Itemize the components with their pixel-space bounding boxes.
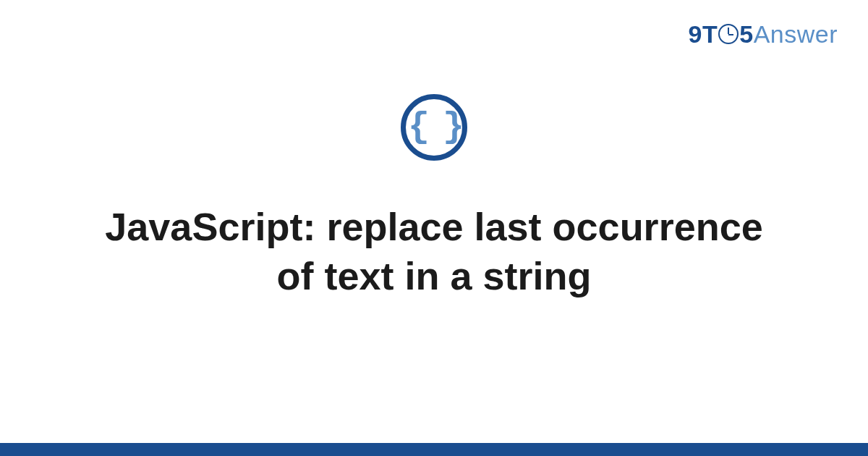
logo-text-9t: 9T	[689, 20, 718, 48]
logo-text-answer: Answer	[754, 20, 838, 48]
site-logo: 9T5Answer	[689, 20, 838, 48]
footer-bar	[0, 443, 868, 456]
logo-text-5: 5	[739, 20, 753, 48]
clock-icon	[718, 24, 739, 44]
code-braces-icon: { }	[408, 109, 460, 145]
topic-icon-circle: { }	[401, 94, 467, 161]
page-title: JavaScript: replace last occurrence of t…	[87, 203, 781, 300]
main-content: { } JavaScript: replace last occurrence …	[0, 94, 868, 300]
